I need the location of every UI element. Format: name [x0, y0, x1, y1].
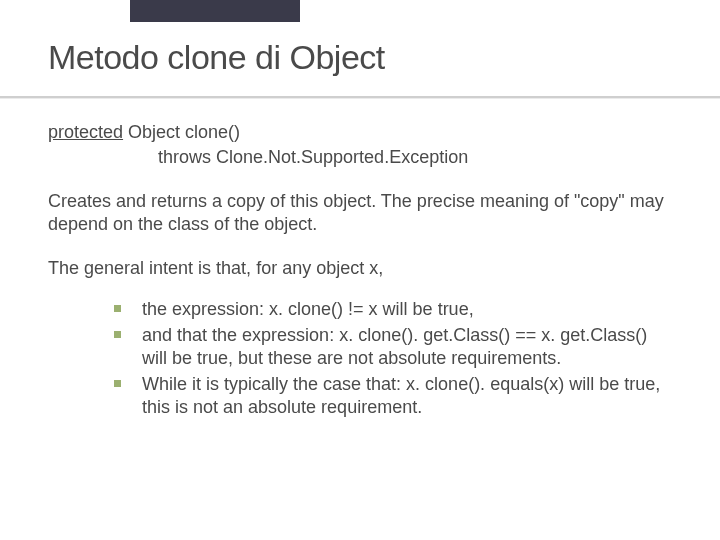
list-item-text: and that the expression: x. clone(). get…: [142, 325, 647, 368]
signature-rest: Object clone(): [123, 122, 240, 142]
method-signature-line2: throws Clone.Not.Supported.Exception: [158, 146, 672, 169]
list-item: and that the expression: x. clone(). get…: [108, 324, 672, 369]
bullet-square-icon: [114, 305, 121, 312]
list-item: While it is typically the case that: x. …: [108, 373, 672, 418]
list-item: the expression: x. clone() != x will be …: [108, 298, 672, 321]
keyword-protected: protected: [48, 122, 123, 142]
top-decor-band: [130, 0, 300, 22]
slide: Metodo clone di Object protected Object …: [0, 0, 720, 540]
description-paragraph: Creates and returns a copy of this objec…: [48, 190, 672, 235]
list-item-text: the expression: x. clone() != x will be …: [142, 299, 474, 319]
intent-paragraph: The general intent is that, for any obje…: [48, 257, 672, 280]
slide-title: Metodo clone di Object: [48, 38, 672, 77]
bullet-list: the expression: x. clone() != x will be …: [48, 298, 672, 419]
list-item-text: While it is typically the case that: x. …: [142, 374, 660, 417]
method-signature-line1: protected Object clone(): [48, 121, 672, 144]
title-underline: [0, 96, 720, 98]
bullet-square-icon: [114, 380, 121, 387]
bullet-square-icon: [114, 331, 121, 338]
slide-body: protected Object clone() throws Clone.No…: [48, 121, 672, 418]
